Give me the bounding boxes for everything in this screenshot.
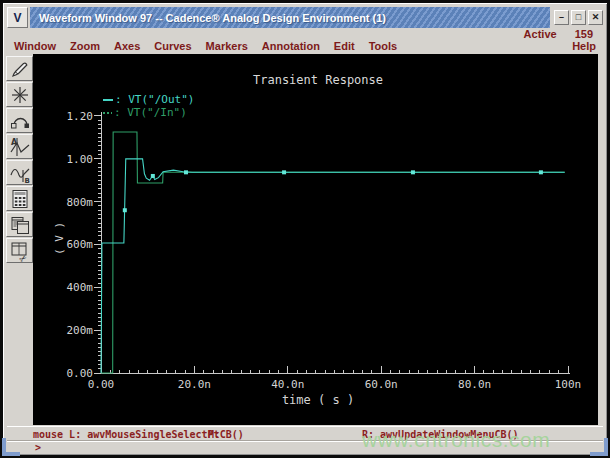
toolbar: A B — [6, 56, 34, 263]
calculator-icon — [8, 188, 32, 210]
svg-text:0.00: 0.00 — [88, 378, 115, 391]
out-trace-sample-icon — [103, 99, 113, 101]
watermark: www.cntronics.com — [362, 428, 550, 452]
svg-text:B: B — [24, 177, 29, 184]
plot-canvas[interactable]: 0.00200m400m600m800m1.001.200.0020.0n40.… — [33, 54, 598, 425]
menu-item-help[interactable]: Help — [572, 40, 596, 52]
curve-tool-button[interactable] — [6, 108, 33, 133]
waveform-window: V Waveform Window 97 -- Cadence® Analog … — [0, 0, 610, 458]
svg-text:80.0n: 80.0n — [458, 378, 491, 391]
menu-bar: Window Zoom Axes Curves Markers Annotati… — [7, 38, 603, 54]
copy-window-icon — [8, 214, 32, 236]
zoom-fit-button[interactable] — [6, 82, 33, 107]
svg-text:800m: 800m — [67, 196, 94, 209]
svg-text:20.0n: 20.0n — [178, 378, 211, 391]
resize-handle-bottom-right[interactable] — [590, 438, 608, 456]
svg-text:100n: 100n — [555, 378, 582, 391]
y-axis-title: ( V ) — [53, 209, 66, 269]
window-menu-button[interactable]: V — [7, 7, 28, 28]
draw-tool-button[interactable] — [6, 56, 33, 81]
svg-text:1.00: 1.00 — [67, 153, 94, 166]
marker-b-icon: B — [8, 162, 32, 184]
title-strip[interactable]: Waveform Window 97 -- Cadence® Analog De… — [30, 7, 550, 28]
mouse-middle-binding: M: — [208, 429, 220, 440]
menu-item-tools[interactable]: Tools — [369, 40, 398, 52]
legend-label-in: : VT("/In") — [114, 106, 187, 119]
in-trace-sample-icon — [103, 112, 112, 114]
legend-entry-out[interactable]: : VT("/Out") — [103, 93, 194, 106]
calculator-button[interactable] — [6, 186, 33, 211]
menu-item-window[interactable]: Window — [14, 40, 56, 52]
title-bar: V Waveform Window 97 -- Cadence® Analog … — [7, 7, 603, 28]
chevron-down-icon: V — [13, 11, 21, 25]
pen-icon — [8, 58, 32, 80]
window-buttons: – □ ✕ — [552, 7, 603, 28]
legend-label-out: : VT("/Out") — [115, 93, 194, 106]
menu-item-axes[interactable]: Axes — [114, 40, 140, 52]
arc-icon — [8, 110, 32, 132]
marker-a-icon: A — [8, 136, 32, 158]
marker-b-button[interactable]: B — [6, 160, 33, 185]
resize-handle-bottom-left[interactable] — [2, 438, 20, 456]
svg-text:200m: 200m — [67, 324, 94, 337]
close-button[interactable]: ✕ — [588, 10, 603, 25]
menu-item-curves[interactable]: Curves — [154, 40, 191, 52]
svg-text:400m: 400m — [67, 281, 94, 294]
marker-a-button[interactable]: A — [6, 134, 33, 159]
prompt-symbol: > — [35, 442, 41, 453]
menu-item-annotation[interactable]: Annotation — [262, 40, 320, 52]
cut-window-button[interactable]: ✂ — [6, 238, 33, 263]
minimize-button[interactable]: – — [554, 10, 569, 25]
maximize-icon: □ — [576, 13, 581, 22]
menu-item-zoom[interactable]: Zoom — [70, 40, 100, 52]
window-title: Waveform Window 97 -- Cadence® Analog De… — [39, 12, 386, 24]
maximize-button[interactable]: □ — [571, 10, 586, 25]
x-axis-title: time ( s ) — [282, 393, 354, 407]
star-icon — [8, 84, 32, 106]
minimize-icon: – — [559, 13, 564, 22]
svg-text:1.20: 1.20 — [67, 110, 94, 123]
svg-text:40.0n: 40.0n — [271, 378, 304, 391]
menu-item-markers[interactable]: Markers — [206, 40, 248, 52]
plot-title: Transient Response — [253, 73, 383, 87]
close-icon: ✕ — [592, 13, 600, 22]
cut-window-icon: ✂ — [8, 240, 32, 262]
legend-entry-in[interactable]: : VT("/In") — [103, 106, 194, 119]
copy-window-button[interactable] — [6, 212, 33, 237]
legend: : VT("/Out") : VT("/In") — [103, 93, 194, 119]
svg-text:60.0n: 60.0n — [365, 378, 398, 391]
svg-text:600m: 600m — [67, 238, 94, 251]
menu-item-edit[interactable]: Edit — [334, 40, 355, 52]
